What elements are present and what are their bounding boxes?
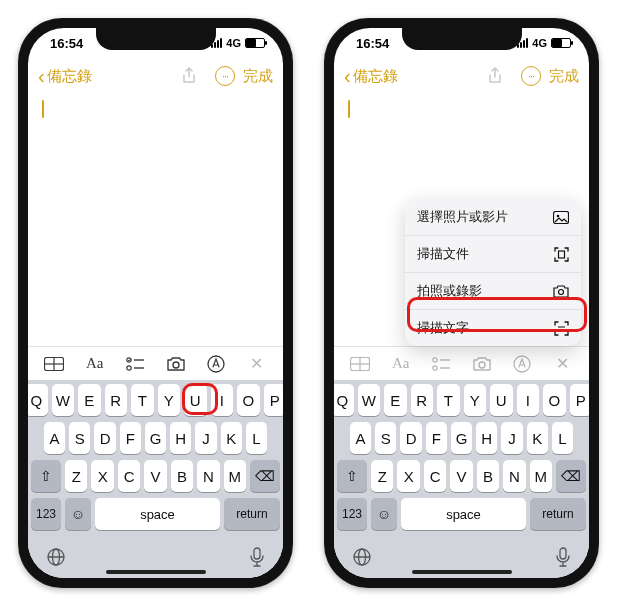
menu-item-scan-text[interactable]: 掃描文字 — [405, 310, 581, 346]
space-key[interactable]: space — [95, 498, 220, 530]
backspace-key[interactable]: ⌫ — [250, 460, 280, 492]
key-Y[interactable]: Y — [158, 384, 181, 416]
share-icon[interactable] — [181, 67, 207, 85]
key-M[interactable]: M — [224, 460, 246, 492]
key-row-2: ASDFGHJKL — [31, 422, 280, 454]
key-G[interactable]: G — [451, 422, 472, 454]
key-K[interactable]: K — [527, 422, 548, 454]
key-K[interactable]: K — [221, 422, 242, 454]
menu-item-choose-photo[interactable]: 選擇照片或影片 — [405, 199, 581, 236]
key-F[interactable]: F — [426, 422, 447, 454]
key-A[interactable]: A — [44, 422, 65, 454]
key-J[interactable]: J — [501, 422, 522, 454]
key-O[interactable]: O — [543, 384, 566, 416]
key-T[interactable]: T — [437, 384, 460, 416]
checklist-icon[interactable] — [426, 357, 456, 371]
key-H[interactable]: H — [170, 422, 191, 454]
key-O[interactable]: O — [237, 384, 260, 416]
mic-icon[interactable] — [249, 547, 265, 567]
table-icon[interactable] — [345, 357, 375, 371]
key-L[interactable]: L — [246, 422, 267, 454]
chevron-left-icon: ‹ — [344, 66, 351, 86]
back-button[interactable]: ‹ 備忘錄 — [344, 66, 398, 86]
key-I[interactable]: I — [517, 384, 540, 416]
share-icon[interactable] — [487, 67, 513, 85]
key-F[interactable]: F — [120, 422, 141, 454]
shift-key[interactable]: ⇧ — [31, 460, 61, 492]
phone-right: 16:54 4G ‹ 備忘錄 ··· 完成 — [324, 18, 599, 588]
key-R[interactable]: R — [411, 384, 434, 416]
camera-icon — [553, 285, 569, 298]
note-body[interactable]: 選擇照片或影片 掃描文件 拍照或錄影 — [334, 94, 589, 346]
key-W[interactable]: W — [52, 384, 75, 416]
key-E[interactable]: E — [384, 384, 407, 416]
note-body[interactable] — [28, 94, 283, 346]
key-D[interactable]: D — [94, 422, 115, 454]
globe-icon[interactable] — [352, 547, 372, 567]
key-S[interactable]: S — [69, 422, 90, 454]
done-button[interactable]: 完成 — [243, 67, 273, 86]
numbers-key[interactable]: 123 — [31, 498, 61, 530]
space-key[interactable]: space — [401, 498, 526, 530]
key-C[interactable]: C — [118, 460, 140, 492]
key-U[interactable]: U — [490, 384, 513, 416]
menu-item-scan-document[interactable]: 掃描文件 — [405, 236, 581, 273]
close-toolbar-button[interactable]: ✕ — [548, 354, 578, 373]
backspace-key[interactable]: ⌫ — [556, 460, 586, 492]
mic-icon[interactable] — [555, 547, 571, 567]
key-T[interactable]: T — [131, 384, 154, 416]
emoji-key[interactable]: ☺ — [65, 498, 91, 530]
key-Z[interactable]: Z — [65, 460, 87, 492]
table-icon[interactable] — [39, 357, 69, 371]
key-V[interactable]: V — [450, 460, 472, 492]
key-A[interactable]: A — [350, 422, 371, 454]
key-M[interactable]: M — [530, 460, 552, 492]
shift-key[interactable]: ⇧ — [337, 460, 367, 492]
key-G[interactable]: G — [145, 422, 166, 454]
markup-icon[interactable] — [201, 355, 231, 373]
emoji-key[interactable]: ☺ — [371, 498, 397, 530]
menu-item-take-photo[interactable]: 拍照或錄影 — [405, 273, 581, 310]
svg-point-5 — [127, 365, 131, 369]
key-W[interactable]: W — [358, 384, 381, 416]
key-Q[interactable]: Q — [334, 384, 354, 416]
return-key[interactable]: return — [530, 498, 586, 530]
markup-icon[interactable] — [507, 355, 537, 373]
more-button[interactable]: ··· — [215, 66, 235, 86]
back-button[interactable]: ‹ 備忘錄 — [38, 66, 92, 86]
key-U[interactable]: U — [184, 384, 207, 416]
key-H[interactable]: H — [476, 422, 497, 454]
key-I[interactable]: I — [211, 384, 234, 416]
key-B[interactable]: B — [477, 460, 499, 492]
key-X[interactable]: X — [397, 460, 419, 492]
key-P[interactable]: P — [570, 384, 590, 416]
key-Z[interactable]: Z — [371, 460, 393, 492]
key-S[interactable]: S — [375, 422, 396, 454]
key-N[interactable]: N — [197, 460, 219, 492]
key-D[interactable]: D — [400, 422, 421, 454]
key-R[interactable]: R — [105, 384, 128, 416]
camera-button[interactable] — [161, 356, 191, 372]
key-J[interactable]: J — [195, 422, 216, 454]
numbers-key[interactable]: 123 — [337, 498, 367, 530]
close-toolbar-button[interactable]: ✕ — [242, 354, 272, 373]
key-B[interactable]: B — [171, 460, 193, 492]
done-button[interactable]: 完成 — [549, 67, 579, 86]
key-Y[interactable]: Y — [464, 384, 487, 416]
key-Q[interactable]: Q — [28, 384, 48, 416]
return-key[interactable]: return — [224, 498, 280, 530]
key-X[interactable]: X — [91, 460, 113, 492]
checklist-icon[interactable] — [120, 357, 150, 371]
key-E[interactable]: E — [78, 384, 101, 416]
key-V[interactable]: V — [144, 460, 166, 492]
text-format-button[interactable]: Aa — [386, 355, 416, 372]
globe-icon[interactable] — [46, 547, 66, 567]
key-row-3: ⇧ ZXCVBNM ⌫ — [337, 460, 586, 492]
key-N[interactable]: N — [503, 460, 525, 492]
camera-button[interactable] — [467, 356, 497, 372]
text-format-button[interactable]: Aa — [80, 355, 110, 372]
more-button[interactable]: ··· — [521, 66, 541, 86]
key-L[interactable]: L — [552, 422, 573, 454]
key-C[interactable]: C — [424, 460, 446, 492]
key-P[interactable]: P — [264, 384, 284, 416]
